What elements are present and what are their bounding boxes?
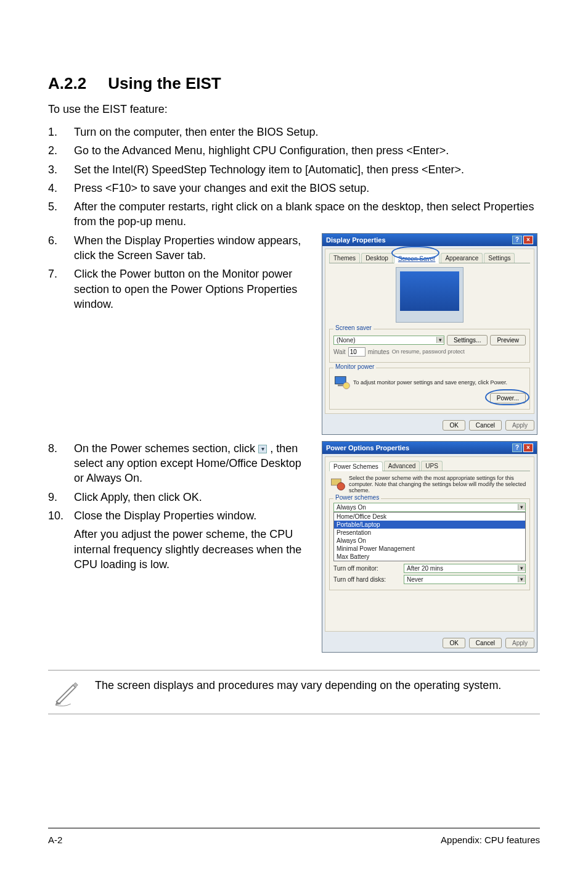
step-8-text: On the Power schemes section, click ▾ , …	[74, 441, 307, 486]
steps-list-bottom: 8. On the Power schemes section, click ▾…	[48, 441, 307, 523]
help-icon[interactable]: ?	[512, 444, 522, 452]
svg-point-4	[337, 482, 345, 490]
note-block: The screen displays and procedures may v…	[48, 670, 540, 714]
screen-saver-tab-callout-ellipse	[391, 246, 439, 260]
power-button-callout-ellipse	[485, 389, 529, 405]
chevron-down-icon[interactable]: ▾	[518, 504, 525, 510]
steps-list-top: 1.Turn on the computer, then enter the B…	[48, 125, 540, 229]
screensaver-settings-button[interactable]: Settings...	[447, 335, 488, 345]
power-schemes-group-label: Power schemes	[333, 494, 381, 501]
steps-list-mid: 6.When the Display Properties window app…	[48, 233, 307, 311]
turn-off-monitor-combo[interactable]: After 20 mins▾	[404, 564, 526, 573]
list-item[interactable]: Portable/Laptop	[334, 521, 525, 529]
svg-point-2	[343, 382, 350, 389]
wait-label: Wait	[333, 349, 346, 355]
power-cancel-button[interactable]: Cancel	[469, 638, 502, 648]
display-cancel-button[interactable]: Cancel	[469, 420, 502, 431]
svg-rect-1	[338, 384, 343, 386]
wait-minutes: minutes	[368, 349, 390, 355]
chevron-down-icon[interactable]: ▾	[436, 337, 444, 343]
intro-line: To use the EIST feature:	[48, 103, 540, 116]
note-pen-icon	[53, 678, 81, 706]
monitor-power-text: To adjust monitor power settings and sav…	[353, 379, 526, 386]
tab-desktop[interactable]: Desktop	[361, 253, 393, 263]
dlg-title: Display Properties	[326, 236, 386, 244]
after-adjust-note: After you adjust the power scheme, the C…	[74, 527, 307, 572]
list-item[interactable]: Home/Office Desk	[334, 513, 525, 521]
display-properties-dialog: Display Properties ? × Themes Desktop Sc…	[322, 233, 537, 435]
tab-advanced[interactable]: Advanced	[384, 461, 420, 471]
help-icon[interactable]: ?	[512, 236, 522, 244]
screensaver-preview-button[interactable]: Preview	[490, 335, 526, 345]
chevron-down-icon[interactable]: ▾	[518, 565, 525, 571]
list-item[interactable]: Max Battery	[334, 553, 525, 561]
close-icon[interactable]: ×	[523, 444, 533, 452]
power-scheme-combo[interactable]: Always On ▾	[333, 503, 526, 512]
section-number: A.2.2	[48, 74, 104, 93]
power-ok-button[interactable]: OK	[443, 638, 465, 648]
monitor-power-icon	[333, 374, 351, 391]
turn-off-monitor-label: Turn off monitor:	[333, 565, 401, 572]
section-heading: A.2.2 Using the EIST	[48, 74, 540, 93]
screensaver-group-label: Screen saver	[333, 324, 374, 331]
footer-page-number: A-2	[48, 835, 62, 845]
power-dlg-title: Power Options Properties	[326, 444, 409, 452]
tab-ups[interactable]: UPS	[421, 461, 443, 471]
tab-settings[interactable]: Settings	[484, 253, 515, 263]
list-item[interactable]: Always On	[334, 537, 525, 545]
list-item[interactable]: Presentation	[334, 529, 525, 537]
power-scheme-icon	[329, 476, 346, 493]
display-ok-button[interactable]: OK	[443, 420, 465, 431]
power-scheme-dropdown-list[interactable]: Home/Office Desk Portable/Laptop Present…	[333, 512, 526, 561]
close-icon[interactable]: ×	[523, 236, 533, 244]
note-text: The screen displays and procedures may v…	[95, 678, 501, 693]
display-apply-button[interactable]: Apply	[505, 420, 534, 431]
screensaver-combo[interactable]: (None)▾	[333, 336, 444, 345]
list-item[interactable]: Minimal Power Management	[334, 545, 525, 553]
power-options-dialog: Power Options Properties ? × Power Schem…	[322, 441, 537, 653]
monitor-preview-icon	[396, 267, 463, 323]
chevron-down-icon[interactable]: ▾	[518, 576, 525, 582]
wait-spinner[interactable]	[348, 347, 365, 357]
monitor-power-group-label: Monitor power	[333, 363, 376, 370]
tab-appearance[interactable]: Appearance	[441, 253, 483, 263]
section-title-text: Using the EIST	[108, 74, 221, 93]
footer-chapter: Appendix: CPU features	[441, 835, 540, 845]
dropdown-arrow-inline-icon: ▾	[258, 445, 267, 453]
turn-off-hdd-combo[interactable]: Never▾	[404, 575, 526, 584]
tab-themes[interactable]: Themes	[329, 253, 360, 263]
power-scheme-desc: Select the power scheme with the most ap…	[349, 475, 530, 493]
tab-power-schemes[interactable]: Power Schemes	[329, 461, 383, 471]
on-resume-label: On resume, password protect	[392, 349, 465, 355]
turn-off-hdd-label: Turn off hard disks:	[333, 576, 401, 583]
page-footer: A-2 Appendix: CPU features	[48, 828, 540, 845]
power-apply-button[interactable]: Apply	[505, 638, 534, 648]
